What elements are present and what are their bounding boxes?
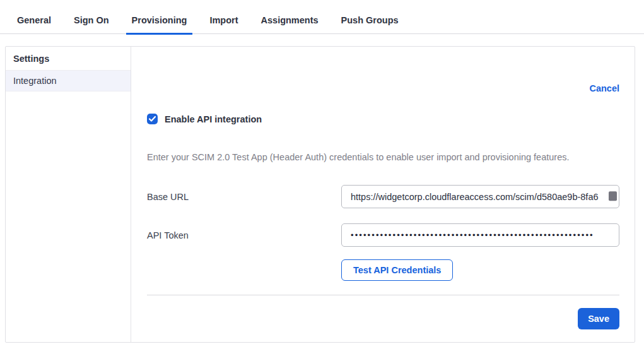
test-api-credentials-button[interactable]: Test API Credentials bbox=[341, 259, 453, 281]
sidebar-item-integration[interactable]: Integration bbox=[6, 71, 131, 92]
api-token-label: API Token bbox=[147, 230, 341, 240]
tab-provisioning[interactable]: Provisioning bbox=[126, 10, 193, 35]
enable-api-integration-row: Enable API integration bbox=[147, 114, 619, 124]
tab-import[interactable]: Import bbox=[204, 10, 243, 35]
api-token-row: API Token ••••••••••••••••••••••••••••••… bbox=[147, 223, 619, 247]
settings-sidebar: Settings Integration bbox=[6, 47, 131, 342]
save-row: Save bbox=[147, 308, 619, 329]
sidebar-header-settings: Settings bbox=[6, 47, 131, 71]
enable-api-integration-checkbox[interactable] bbox=[147, 114, 158, 124]
tab-bar: General Sign On Provisioning Import Assi… bbox=[0, 0, 644, 34]
base-url-input-wrap: https://widgetcorp.cloudflareaccess.com/… bbox=[341, 185, 619, 208]
base-url-row: Base URL https://widgetcorp.cloudflareac… bbox=[147, 185, 619, 208]
enable-api-integration-label: Enable API integration bbox=[165, 114, 262, 124]
provisioning-card: Settings Integration Cancel Enable API i… bbox=[5, 46, 635, 343]
api-token-input-wrap: ••••••••••••••••••••••••••••••••••••••••… bbox=[341, 223, 619, 247]
api-token-input[interactable]: ••••••••••••••••••••••••••••••••••••••••… bbox=[341, 223, 619, 247]
footer-divider bbox=[147, 295, 619, 295]
test-credentials-row: Test API Credentials bbox=[147, 259, 619, 281]
tab-assignments[interactable]: Assignments bbox=[255, 10, 324, 35]
checkmark-icon bbox=[149, 116, 156, 122]
base-url-input[interactable]: https://widgetcorp.cloudflareaccess.com/… bbox=[341, 185, 619, 208]
tab-sign-on[interactable]: Sign On bbox=[68, 10, 115, 35]
base-url-label: Base URL bbox=[147, 192, 341, 202]
cancel-row: Cancel bbox=[147, 83, 619, 93]
text-selection-artifact bbox=[609, 191, 617, 201]
save-button[interactable]: Save bbox=[578, 308, 619, 329]
cancel-button[interactable]: Cancel bbox=[589, 83, 619, 93]
tab-general[interactable]: General bbox=[11, 10, 57, 35]
credentials-description: Enter your SCIM 2.0 Test App (Header Aut… bbox=[147, 152, 619, 162]
integration-panel: Cancel Enable API integration Enter your… bbox=[131, 47, 635, 342]
tab-push-groups[interactable]: Push Groups bbox=[336, 10, 404, 35]
